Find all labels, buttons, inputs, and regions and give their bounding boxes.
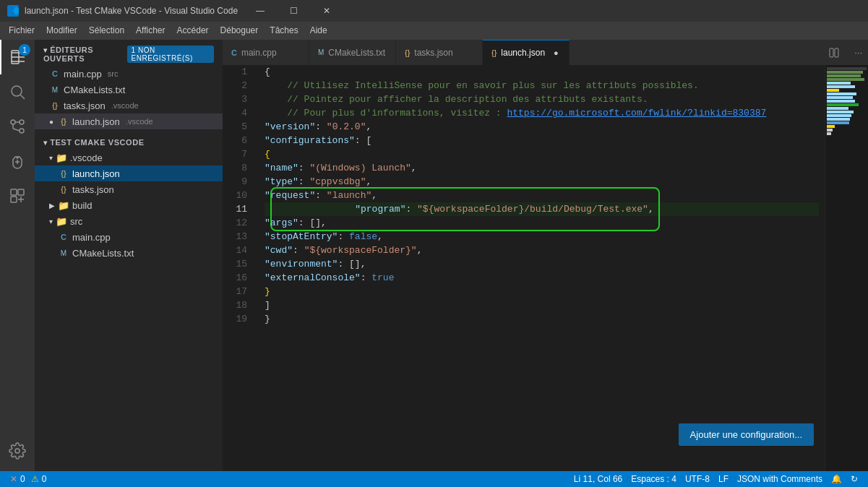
activity-explorer[interactable]: 1: [0, 40, 35, 74]
activity-debug[interactable]: [0, 144, 35, 178]
ln-4: 4: [223, 106, 253, 120]
tab-tasks-json[interactable]: {} tasks.json: [396, 40, 483, 65]
open-file-launch-json[interactable]: ● {} launch.json .vscode: [35, 113, 223, 129]
build-folder-icon: 📁: [58, 199, 69, 211]
svg-rect-14: [11, 197, 17, 202]
open-editors-label: ÉDITEURS OUVERTS: [43, 46, 93, 63]
unsaved-badge: 1 NON ENREGISTRÉ(S): [127, 46, 214, 63]
code-line-14: "cwd": "${workspaceFolder}",: [265, 244, 819, 257]
ln-5: 5: [223, 120, 253, 134]
code-line-1: {: [265, 65, 819, 79]
main-cpp-icon: C: [58, 231, 69, 243]
code-line-6: "configurations": [: [265, 134, 819, 147]
ln-17: 17: [223, 285, 253, 298]
menu-selection[interactable]: Sélection: [83, 22, 130, 40]
tasks-file-icon: {}: [58, 184, 69, 195]
warning-icon: ⚠: [31, 474, 39, 484]
more-actions-button[interactable]: ···: [848, 40, 868, 65]
status-bell[interactable]: 🔔: [827, 471, 846, 487]
add-config-button[interactable]: Ajouter une configuration...: [679, 423, 814, 446]
tasks-json-icon: {}: [49, 100, 61, 111]
open-editors-header[interactable]: ▾ ÉDITEURS OUVERTS 1 NON ENREGISTRÉ(S): [35, 40, 223, 66]
file-cmakelists[interactable]: M CMakeLists.txt: [35, 245, 223, 261]
launch-file-icon: {}: [58, 168, 69, 179]
file-tasks-json[interactable]: {} tasks.json: [35, 181, 223, 197]
open-file-tasks-json[interactable]: {} tasks.json .vscode: [35, 98, 223, 113]
file-launch-json[interactable]: {} launch.json: [35, 165, 223, 181]
status-encoding[interactable]: UTF-8: [681, 471, 714, 487]
status-line-ending[interactable]: LF: [714, 471, 733, 487]
activity-bar: 1: [0, 40, 35, 471]
explorer-badge: 1: [19, 44, 30, 56]
editor-wrapper: 1 2 3 4 5 6 7 8 9 10 11 12 13 14 15 16 1: [223, 65, 868, 471]
status-position[interactable]: Li 11, Col 66: [570, 471, 627, 487]
explorer-header[interactable]: ▾ TEST CMAKE VSCODE: [35, 132, 223, 150]
minimize-button[interactable]: —: [244, 0, 277, 22]
bell-icon: 🔔: [831, 474, 842, 484]
src-folder-icon: 📁: [56, 215, 67, 227]
ln-18: 18: [223, 298, 253, 312]
code-line-11: "program": "${workspaceFolder}/build/Deb…: [265, 202, 819, 216]
title-text: launch.json - Test CMake VSCode - Visual…: [25, 6, 238, 16]
file-main-cpp[interactable]: C main.cpp: [35, 229, 223, 245]
app-main: 1: [0, 40, 868, 471]
activity-search[interactable]: [0, 74, 35, 109]
ln-2: 2: [223, 79, 253, 92]
split-editor-button[interactable]: [822, 40, 846, 65]
menu-modifier[interactable]: Modifier: [40, 22, 83, 40]
menu-afficher[interactable]: Afficher: [130, 22, 171, 40]
svg-point-5: [20, 120, 24, 124]
ln-13: 13: [223, 230, 253, 244]
menu-acceder[interactable]: Accéder: [171, 22, 215, 40]
title-bar: launch.json - Test CMake VSCode - Visual…: [0, 0, 868, 22]
menu-aide[interactable]: Aide: [304, 22, 333, 40]
warning-count: 0: [42, 474, 47, 484]
activity-settings[interactable]: [0, 434, 35, 468]
code-line-4: // Pour plus d'informations, visitez : h…: [265, 106, 819, 120]
code-line-15: "environment": [],: [265, 257, 819, 271]
svg-rect-13: [18, 189, 24, 195]
tab-cpp-icon: C: [231, 48, 237, 57]
tab-main-cpp-label: main.cpp: [241, 48, 277, 58]
folder-vscode[interactable]: ▾ 📁 .vscode: [35, 150, 223, 165]
ln-19: 19: [223, 312, 253, 326]
svg-rect-17: [835, 48, 838, 57]
svg-point-3: [11, 120, 15, 124]
app-icon: [7, 5, 19, 17]
folder-src[interactable]: ▾ 📁 src: [35, 213, 223, 229]
status-sync[interactable]: ↻: [846, 471, 862, 487]
maximize-button[interactable]: ☐: [277, 0, 310, 22]
ln-15: 15: [223, 257, 253, 271]
open-file-main-cpp[interactable]: C main.cpp src: [35, 66, 223, 82]
editor-content[interactable]: 1 2 3 4 5 6 7 8 9 10 11 12 13 14 15 16 1: [223, 65, 868, 471]
menu-debugger[interactable]: Déboguer: [215, 22, 265, 40]
tab-launch-icon: {}: [491, 48, 497, 57]
code-line-3: // Pointez pour afficher la description …: [265, 92, 819, 106]
cmakelists-icon: M: [58, 247, 69, 259]
status-spaces[interactable]: Espaces : 4: [627, 471, 681, 487]
open-file-cmakelists[interactable]: M CMakeLists.txt: [35, 82, 223, 98]
status-right: Li 11, Col 66 Espaces : 4 UTF-8 LF JSON …: [570, 471, 862, 487]
code-line-18: ]: [265, 298, 819, 312]
launch-json-icon: {}: [58, 116, 69, 127]
status-errors[interactable]: ✕ 0 ⚠ 0: [6, 471, 51, 487]
menu-fichier[interactable]: Fichier: [3, 22, 40, 40]
activity-source-control[interactable]: [0, 109, 35, 144]
ln-1: 1: [223, 65, 253, 79]
code-editor[interactable]: { // Utilisez IntelliSense pour en savoi…: [259, 65, 825, 471]
activity-extensions[interactable]: [0, 178, 35, 213]
close-button[interactable]: ✕: [310, 0, 343, 22]
svg-point-1: [12, 86, 22, 96]
status-language[interactable]: JSON with Comments: [733, 471, 827, 487]
tab-main-cpp[interactable]: C main.cpp: [223, 40, 309, 65]
error-count: 0: [20, 474, 25, 484]
menu-taches[interactable]: Tâches: [264, 22, 304, 40]
tab-launch-json[interactable]: {} launch.json ●: [483, 40, 570, 65]
folder-build[interactable]: ▶ 📁 build: [35, 197, 223, 213]
tab-tasks-label: tasks.json: [414, 48, 452, 58]
ln-9: 9: [223, 175, 253, 189]
tab-cmakelists[interactable]: M CMakeLists.txt: [309, 40, 396, 65]
svg-point-4: [20, 129, 24, 133]
tab-tasks-icon: {}: [405, 48, 410, 57]
svg-line-2: [21, 95, 25, 100]
